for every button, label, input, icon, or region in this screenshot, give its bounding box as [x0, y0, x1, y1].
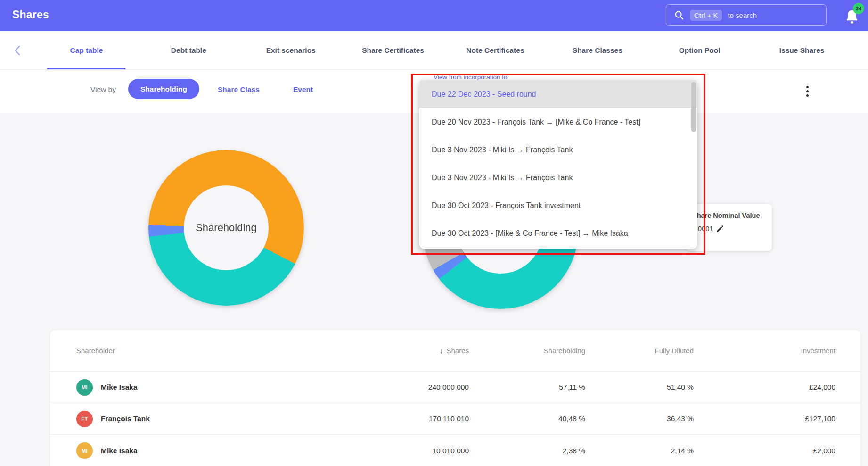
investment-value: £2,000 [694, 447, 835, 455]
search-input[interactable]: Ctrl + K to search [666, 4, 827, 26]
shares-page: Shares Ctrl + K to search 34 [0, 0, 868, 466]
section-tabs: Cap table Debt table Exit scenarios Shar… [0, 31, 868, 70]
view-by-event-button[interactable]: Event [293, 85, 313, 94]
shareholding-value: 40,48 % [469, 415, 585, 423]
avatar: FT [76, 411, 93, 427]
dropdown-option[interactable]: Due 30 Oct 2023 - [Mike & Co France - Te… [419, 219, 697, 247]
dropdown-option[interactable]: Due 3 Nov 2023 - Miki Is → François Tank [419, 136, 697, 164]
view-by-shareholding-button[interactable]: Shareholding [128, 79, 199, 99]
share-nominal-value-card: Share Nominal Value 0.0001 [686, 204, 772, 251]
search-icon [674, 10, 684, 20]
col-header-shares[interactable]: ↓ Shares [351, 347, 469, 355]
dropdown-scrollbar[interactable] [691, 82, 696, 132]
col-header-shareholding: Shareholding [469, 347, 585, 355]
tab-share-classes[interactable]: Share Classes [546, 31, 648, 69]
tab-option-pool[interactable]: Option Pool [648, 31, 751, 69]
top-header-bar: Shares Ctrl + K to search 34 [0, 0, 868, 31]
dropdown-option[interactable]: Due 22 Dec 2023 - Seed round [419, 80, 697, 108]
table-row[interactable]: FT François Tank 170 110 010 40,48 % 36,… [50, 403, 860, 435]
shares-value: 240 000 000 [351, 383, 469, 391]
col-header-shareholder: Shareholder [76, 347, 351, 355]
col-header-fully-diluted: Fully Diluted [585, 347, 694, 355]
shareholder-name: Mike Isaka [101, 383, 138, 391]
shareholder-name: François Tank [101, 415, 150, 423]
search-shortcut-kbd: Ctrl + K [690, 10, 722, 21]
avatar: MI [76, 442, 93, 459]
edit-pencil-icon[interactable] [717, 225, 723, 232]
avatar: MI [76, 379, 93, 396]
shareholding-value: 2,38 % [469, 447, 585, 455]
page-title: Shares [12, 8, 49, 21]
tab-share-certificates[interactable]: Share Certificates [342, 31, 444, 69]
shares-value: 10 010 000 [351, 447, 469, 455]
donut-center-label: Shareholding [196, 222, 257, 234]
table-row[interactable]: MI Mike Isaka 10 010 000 2,38 % 2,14 % £… [50, 435, 860, 466]
view-from-incorporation-label: View from incorporation to [434, 74, 508, 81]
shareholding-donut-chart[interactable]: Shareholding [148, 150, 304, 306]
col-header-investment: Investment [694, 347, 835, 355]
fully-diluted-value: 51,40 % [585, 383, 694, 391]
shareholder-name: Mike Isaka [101, 447, 138, 455]
table-header-row: Shareholder ↓ Shares Shareholding Fully … [50, 330, 860, 372]
more-options-kebab-icon[interactable] [801, 82, 813, 100]
view-by-share-class-button[interactable]: Share Class [218, 85, 260, 94]
dropdown-option[interactable]: Due 30 Oct 2023 - François Tank investme… [419, 191, 697, 219]
cap-table-card: Shareholder ↓ Shares Shareholding Fully … [50, 330, 860, 466]
donut-center: Shareholding [184, 185, 269, 270]
investment-value: £127,100 [694, 415, 835, 423]
sort-desc-arrow-icon: ↓ [440, 347, 443, 355]
view-by-label: View by [90, 85, 116, 94]
fully-diluted-value: 2,14 % [585, 447, 694, 455]
dropdown-option[interactable]: Due 3 Nov 2023 - Miki Is → François Tank [419, 164, 697, 191]
tab-exit-scenarios[interactable]: Exit scenarios [240, 31, 342, 69]
tab-cap-table[interactable]: Cap table [35, 31, 138, 69]
tab-debt-table[interactable]: Debt table [138, 31, 240, 69]
notification-count-badge: 34 [853, 3, 864, 14]
nominal-value-title: Share Nominal Value [692, 212, 765, 219]
tab-issue-shares[interactable]: Issue Shares [751, 31, 853, 69]
table-row[interactable]: MI Mike Isaka 240 000 000 57,11 % 51,40 … [50, 372, 860, 403]
tab-note-certificates[interactable]: Note Certificates [444, 31, 547, 69]
shareholding-value: 57,11 % [469, 383, 585, 391]
notifications-button[interactable]: 34 [842, 6, 863, 27]
event-select-dropdown: Due 22 Dec 2023 - Seed round Due 20 Nov … [419, 80, 697, 249]
fully-diluted-value: 36,43 % [585, 415, 694, 423]
investment-value: £24,000 [694, 383, 835, 391]
dropdown-option[interactable]: Due 20 Nov 2023 - François Tank → [Mike … [419, 108, 697, 136]
search-placeholder: to search [728, 11, 757, 19]
back-chevron-icon[interactable] [14, 31, 21, 70]
shares-value: 170 110 010 [351, 415, 469, 423]
